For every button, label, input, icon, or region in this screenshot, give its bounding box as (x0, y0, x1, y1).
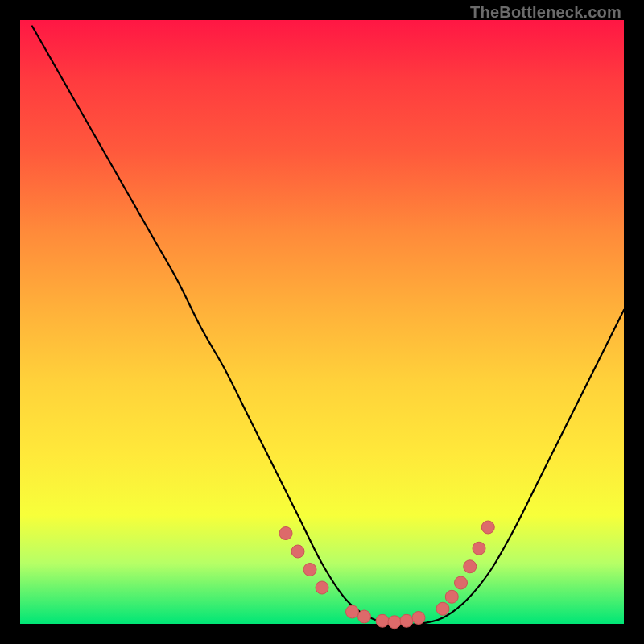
curve-group (32, 27, 624, 625)
marker-point (388, 616, 401, 629)
marker-point (400, 614, 413, 627)
marker-point (291, 545, 304, 558)
marker-point (473, 542, 485, 555)
curve-markers (279, 521, 494, 629)
marker-point (464, 560, 477, 573)
marker-point (279, 527, 292, 540)
marker-point (436, 602, 449, 615)
chart-overlay (20, 20, 624, 624)
marker-point (481, 521, 494, 534)
marker-point (455, 576, 468, 589)
bottleneck-curve (32, 27, 624, 625)
marker-point (376, 614, 389, 627)
chart-frame: TheBottleneck.com (0, 0, 644, 644)
attribution-text: TheBottleneck.com (470, 3, 621, 22)
marker-point (412, 612, 425, 625)
marker-point (445, 590, 458, 603)
marker-point (358, 610, 371, 623)
marker-point (303, 564, 316, 576)
marker-point (346, 605, 359, 618)
marker-point (316, 581, 328, 594)
